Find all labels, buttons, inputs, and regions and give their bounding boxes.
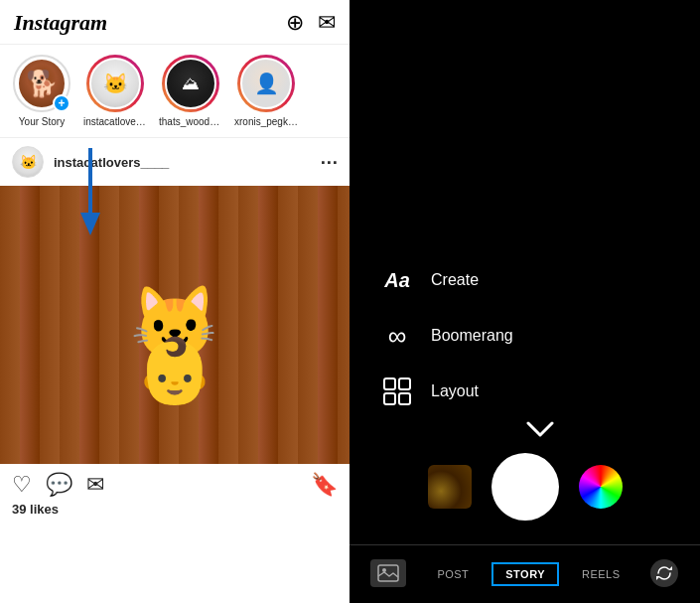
thats-wood-label: thats_wood_... xyxy=(159,116,222,127)
shutter-button[interactable] xyxy=(491,453,559,521)
flip-camera-icon xyxy=(650,559,678,587)
svg-marker-9 xyxy=(656,576,660,580)
gallery-thumbnail[interactable] xyxy=(428,465,472,509)
post-header: 🐱 instacatlovers____ ⋯ xyxy=(0,138,350,186)
story-item-instacatlovers[interactable]: 🐱 instacatlovers... xyxy=(83,55,147,127)
likes-count: 39 likes xyxy=(0,502,350,523)
boomerang-label: Boomerang xyxy=(431,327,513,345)
instacatlovers-avatar-wrap: 🐱 xyxy=(86,55,144,112)
post-more-button[interactable]: ⋯ xyxy=(320,151,338,173)
create-icon: Aa xyxy=(379,262,415,298)
your-story-avatar-wrap: 🐕 + xyxy=(13,55,70,112)
add-story-button[interactable]: + xyxy=(53,94,70,112)
thats-wood-avatar: ⛰ xyxy=(165,58,216,109)
boomerang-icon: ∞ xyxy=(379,318,415,354)
color-filter-button[interactable] xyxy=(579,465,623,509)
story-item-thats-wood[interactable]: ⛰ thats_wood_... xyxy=(159,55,222,127)
messenger-button[interactable]: ✉ xyxy=(318,10,336,36)
camera-bottom-nav: POST STORY REELS xyxy=(350,544,700,603)
xronis-avatar-wrap: 👤 xyxy=(237,55,295,112)
post-author-avatar: 🐱 xyxy=(12,146,44,178)
layout-icon xyxy=(379,374,415,409)
story-item-xronis[interactable]: 👤 xronis_pegk_... xyxy=(234,55,298,127)
like-button[interactable]: ♡ xyxy=(12,472,32,498)
instacatlovers-ring: 🐱 xyxy=(86,55,144,112)
shutter-inner xyxy=(497,459,553,515)
instacatlovers-label: instacatlovers... xyxy=(83,116,147,127)
camera-story-panel: Aa Create ∞ Boomerang xyxy=(350,0,700,603)
nav-gallery[interactable] xyxy=(362,555,414,593)
instacatlovers-avatar: 🐱 xyxy=(89,58,141,109)
post-actions-bar: ♡ 💬 ✉ 🔖 xyxy=(0,464,350,502)
story-item-your-story[interactable]: 🐕 + Your Story xyxy=(12,55,71,127)
new-post-button[interactable]: ⊕ xyxy=(286,10,304,36)
layout-option[interactable]: Layout xyxy=(379,374,670,409)
nav-story[interactable]: STORY xyxy=(491,562,559,586)
layout-label: Layout xyxy=(431,382,479,400)
xronis-avatar: 👤 xyxy=(240,58,292,109)
camera-options-list: Aa Create ∞ Boomerang xyxy=(350,242,700,429)
nav-flip-camera[interactable] xyxy=(642,555,686,593)
thats-wood-ring: ⛰ xyxy=(162,55,219,112)
blue-arrow-annotation xyxy=(75,148,105,237)
your-story-label: Your Story xyxy=(19,116,65,127)
post-image: 🐱 👶 xyxy=(0,186,350,464)
chevron-down-icon[interactable] xyxy=(350,421,700,439)
svg-rect-4 xyxy=(384,393,395,404)
nav-post[interactable]: POST xyxy=(429,564,477,584)
comment-button[interactable]: 💬 xyxy=(46,472,72,498)
gallery-nav-icon xyxy=(370,559,406,587)
boomerang-option[interactable]: ∞ Boomerang xyxy=(379,318,670,354)
svg-marker-8 xyxy=(668,566,672,570)
create-label: Create xyxy=(431,271,479,289)
create-option[interactable]: Aa Create xyxy=(379,262,670,298)
xronis-label: xronis_pegk_... xyxy=(234,116,298,127)
nav-reels[interactable]: REELS xyxy=(574,564,629,584)
instagram-logo: Instagram xyxy=(14,10,107,36)
feed-header: Instagram ⊕ ✉ xyxy=(0,0,350,45)
xronis-ring: 👤 xyxy=(237,55,295,112)
share-button[interactable]: ✉ xyxy=(86,472,104,498)
baby-emoji: 👶 xyxy=(135,339,214,402)
stories-row: 🐕 + Your Story 🐱 instacatlovers... ⛰ tha xyxy=(0,45,350,138)
camera-right-content: Aa Create ∞ Boomerang xyxy=(350,0,700,544)
svg-rect-5 xyxy=(399,393,410,404)
svg-marker-1 xyxy=(80,213,100,235)
camera-controls xyxy=(350,439,700,534)
svg-rect-3 xyxy=(399,378,410,389)
header-actions: ⊕ ✉ xyxy=(286,10,336,36)
svg-rect-6 xyxy=(378,565,398,581)
bookmark-button[interactable]: 🔖 xyxy=(311,472,338,498)
svg-rect-2 xyxy=(384,378,395,389)
instagram-feed-panel: Instagram ⊕ ✉ 🐕 + Your Story 🐱 inst xyxy=(0,0,350,603)
thats-wood-avatar-wrap: ⛰ xyxy=(162,55,219,112)
